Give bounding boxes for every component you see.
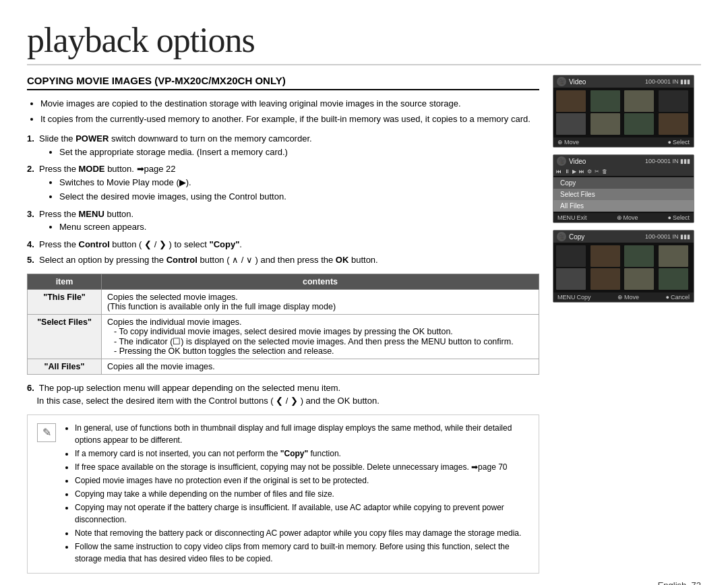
thumb-3 — [624, 90, 654, 112]
sc2-exit-label: MENU Exit — [557, 214, 587, 221]
table-row-all-files: "All Files" Copies all the movie images. — [28, 359, 539, 374]
step-5: 5. Select an option by pressing the Cont… — [27, 253, 539, 267]
thumb-1 — [556, 90, 586, 112]
sc2-menu-copy: Copy — [553, 177, 694, 189]
screenshot-3: 🎥 Copy 100-0001 IN ▮▮▮ M — [553, 230, 694, 303]
section-heading: COPYING MOVIE IMAGES (VP-MX20C/MX20CH ON… — [27, 75, 539, 90]
thumb-2 — [590, 90, 620, 112]
sc3-header: 🎥 Copy 100-0001 IN ▮▮▮ — [553, 230, 694, 243]
page-number: English_72 — [27, 580, 701, 586]
thumb-7 — [624, 113, 654, 135]
sc1-move-label: ⊕ Move — [557, 139, 579, 146]
sc1-thumbnail-grid — [553, 88, 694, 137]
sc2-header: 🎥 Video 100-0001 IN ▮▮▮ — [553, 155, 694, 167]
sc3-thumb-3 — [624, 245, 654, 267]
sc2-move-label: ⊕ Move — [617, 214, 638, 221]
note-item-5: Copying may take a while depending on th… — [75, 488, 529, 500]
thumb-8 — [659, 113, 688, 135]
note-box: ✎ In general, use of functions both in t… — [27, 414, 539, 574]
sc2-footer: MENU Exit ⊕ Move ● Select — [553, 213, 694, 222]
note-item-6: Copying may not operate if the battery c… — [75, 501, 529, 526]
screenshots-panel: 🎥 Video 100-0001 IN ▮▮▮ ⊕ Move — [553, 75, 701, 574]
sc3-thumb-6 — [590, 268, 620, 290]
sc2-menu-allfiles: All Files — [553, 200, 694, 212]
sc2-camera-icon: 🎥 — [557, 156, 566, 166]
step-3: 3. Press the MENU button. Menu screen ap… — [27, 208, 539, 235]
intro-bullet-1: Movie images are copied to the destinati… — [40, 97, 539, 111]
sc3-cancel-label: ● Cancel — [666, 294, 690, 301]
options-table: item contents "This File" Copies the sel… — [27, 274, 539, 375]
sc3-thumb-4 — [659, 245, 688, 267]
sc1-footer: ⊕ Move ● Select — [553, 137, 694, 147]
step-2: 2. Press the MODE button. ➡page 22 Switc… — [27, 162, 539, 205]
sc3-move-label: ⊕ Move — [617, 294, 639, 301]
sc3-thumb-7 — [624, 268, 654, 290]
note-item-1: In general, use of functions both in thu… — [75, 422, 529, 446]
screenshot-1: 🎥 Video 100-0001 IN ▮▮▮ ⊕ Move — [553, 75, 694, 148]
table-col-contents: contents — [102, 274, 539, 289]
sc3-footer: MENU Copy ⊕ Move ● Cancel — [553, 292, 694, 302]
page-title: playback options — [27, 20, 701, 65]
sc1-header: 🎥 Video 100-0001 IN ▮▮▮ — [553, 75, 694, 88]
table-row-this-file: "This File" Copies the selected movie im… — [28, 289, 539, 314]
sc3-thumbnail-grid — [553, 243, 694, 292]
sc3-thumb-5 — [556, 268, 586, 290]
intro-bullets: Movie images are copied to the destinati… — [40, 97, 539, 125]
thumb-4 — [659, 90, 688, 112]
note-item-8: Follow the same instruction to copy vide… — [75, 541, 529, 565]
step-4: 4. Press the Control button ( ❮ / ❯ ) to… — [27, 238, 539, 251]
thumb-6 — [590, 113, 620, 135]
sc3-copy-label: MENU Copy — [557, 294, 591, 301]
sc3-thumb-8 — [659, 268, 688, 290]
sc3-thumb-2 — [590, 245, 620, 267]
note-content: In general, use of functions both in thu… — [63, 422, 529, 566]
sc3-camera-icon: 🎥 — [557, 232, 566, 241]
note-item-2: If a memory card is not inserted, you ca… — [75, 448, 529, 460]
note-item-7: Note that removing the battery pack or d… — [75, 527, 529, 539]
intro-bullet-2: It copies from the currently-used memory… — [40, 113, 539, 126]
step-6: 6. The pop-up selection menu will appear… — [27, 381, 539, 408]
note-item-3: If free space available on the storage i… — [75, 461, 529, 473]
screenshot-2: 🎥 Video 100-0001 IN ▮▮▮ ⏮⏸▶⏭⚙✂🗑 Copy Sel… — [553, 154, 694, 223]
sc2-select-label: ● Select — [668, 214, 690, 221]
sc2-menu-items: Copy Select Files All Files — [553, 176, 694, 213]
table-col-item: item — [28, 274, 102, 289]
sc2-menubar: ⏮⏸▶⏭⚙✂🗑 — [553, 167, 694, 176]
steps-list: 1. Slide the POWER switch downward to tu… — [27, 132, 539, 267]
sc1-camera-icon: 🎥 — [557, 77, 566, 86]
table-row-select-files: "Select Files" Copies the individual mov… — [28, 314, 539, 359]
sc3-thumb-1 — [556, 245, 586, 267]
sc1-select-label: ● Select — [668, 139, 690, 146]
step-1: 1. Slide the POWER switch downward to tu… — [27, 132, 539, 160]
note-icon: ✎ — [37, 423, 56, 442]
sc2-menu-selectfiles: Select Files — [553, 189, 694, 200]
note-item-4: Copied movie images have no protection e… — [75, 474, 529, 487]
thumb-5 — [556, 113, 586, 135]
